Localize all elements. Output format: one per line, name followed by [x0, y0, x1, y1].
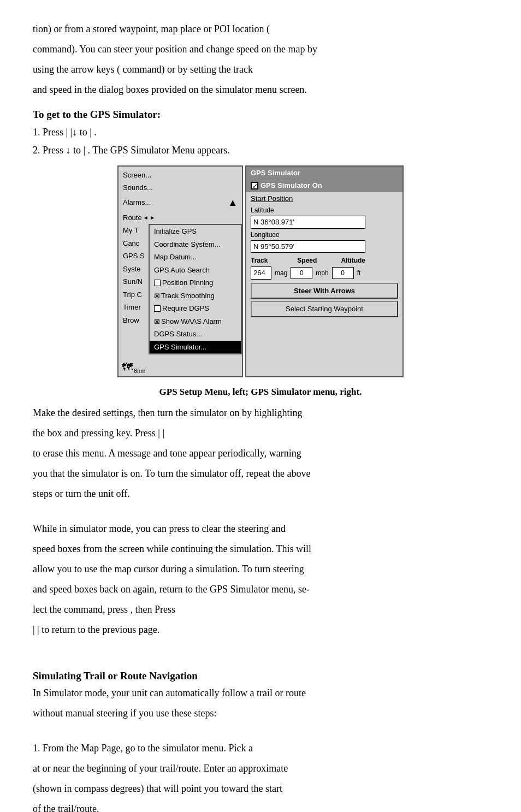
diagram-caption: GPS Setup Menu, left; GPS Simulator menu… [33, 385, 488, 399]
speed-unit-mag: mag [275, 268, 287, 278]
para-while-6: | | to return to the previous page. [33, 623, 488, 637]
longitude-input[interactable]: N 95°50.579' [251, 240, 365, 253]
gps-sim-on-checkbox[interactable] [251, 182, 258, 189]
start-position-underline: Start Position [251, 194, 293, 203]
menu-item-route[interactable]: Route ◄ ► [119, 211, 242, 224]
numbered-step-1b: at or near the beginning of your trail/r… [33, 761, 488, 776]
track-header: Track [251, 256, 268, 265]
submenu-container-area: My T Canc GPS S Syste Sun/N Trip C Timer… [119, 224, 242, 354]
select-starting-waypoint-button[interactable]: Select Starting Waypoint [251, 301, 398, 317]
submenu-require-dgps[interactable]: Require DGPS [150, 302, 241, 315]
menu-item-canc[interactable]: Canc [119, 237, 149, 250]
para-make-1: Make the desired settings, then turn the… [33, 406, 488, 420]
para-while-3: allow you to use the map cursor during a… [33, 562, 488, 577]
setup-menu-items: Screen... Sounds... Alarms... ▲ Route ◄ … [119, 167, 242, 357]
numbered-step-1c: (shown in compass degrees) that will poi… [33, 781, 488, 796]
map-distance-label: 8nm [134, 366, 145, 376]
latitude-label: Latitude [246, 205, 402, 215]
start-position-label: Start Position [246, 192, 402, 205]
track-input[interactable]: 264 [251, 266, 271, 280]
page-content: tion) or from a stored waypoint, map pla… [33, 22, 488, 812]
submenu-show-waas[interactable]: ⊠Show WAAS Alarm [150, 315, 241, 328]
gps-simulator-menu: GPS Simulator GPS Simulator On Start Pos… [245, 165, 404, 378]
map-icon-row: 🗺 8nm [119, 357, 242, 376]
steer-with-arrows-button[interactable]: Steer With Arrows [251, 283, 398, 299]
require-dgps-checkbox[interactable] [154, 305, 161, 312]
para-while-5: lect the command, press , then Press [33, 602, 488, 617]
submenu-map-datum[interactable]: Map Datum... [150, 251, 241, 264]
sim-para-1: In Simulator mode, your unit can automat… [33, 686, 488, 701]
longitude-input-row: N 95°50.579' [246, 240, 402, 254]
latitude-input-row: N 36°08.971' [246, 215, 402, 229]
section-title-simulating: Simulating Trail or Route Navigation [33, 668, 488, 684]
intro-para-1: tion) or from a stored waypoint, map pla… [33, 22, 488, 37]
submenu-dgps-status[interactable]: DGPS Status... [150, 328, 241, 341]
submenu-initialize-gps[interactable]: Initialize GPS [150, 225, 241, 238]
gps-setup-menu: Screen... Sounds... Alarms... ▲ Route ◄ … [117, 165, 243, 378]
menu-item-sounds[interactable]: Sounds... [119, 181, 242, 194]
menu-item-timer[interactable]: Timer [119, 301, 149, 314]
para-make-2: the box and pressing key. Press | | [33, 426, 488, 441]
speed-input[interactable]: 0 [291, 267, 312, 279]
para-make-5: steps or turn the unit off. [33, 487, 488, 501]
diagram-area: Screen... Sounds... Alarms... ▲ Route ◄ … [33, 165, 488, 378]
position-pinning-checkbox[interactable] [154, 280, 161, 286]
intro-para-2: command). You can steer your position an… [33, 42, 488, 57]
track-smoothing-icon: ⊠ [154, 291, 160, 301]
mph-input[interactable]: 0 [332, 267, 354, 279]
track-speed-alt-inputs: 264 mag 0 mph 0 ft [246, 265, 402, 281]
altitude-unit-ft: ft [357, 268, 361, 278]
numbered-step-1: 1. From the Map Page, go to the simulato… [33, 741, 488, 756]
heading-gps-simulator: To get to the GPS Simulator: [33, 107, 488, 123]
longitude-label: Longitude [246, 229, 402, 240]
menu-item-myt[interactable]: My T [119, 224, 149, 237]
mph-label: mph [316, 268, 328, 278]
submenu-position-pinning[interactable]: Position Pinning [150, 276, 241, 289]
speed-header: Speed [297, 256, 317, 265]
submenu-gps-auto-search[interactable]: GPS Auto Search [150, 264, 241, 277]
menu-item-gpss[interactable]: GPS S [119, 250, 149, 263]
para-make-4: you that the simulator is on. To turn th… [33, 466, 488, 481]
menu-item-brow[interactable]: Brow [119, 314, 149, 327]
para-while-1: While in simulator mode, you can press t… [33, 521, 488, 536]
altitude-header: Altitude [341, 256, 365, 265]
gps-sim-on-row: GPS Simulator On [246, 179, 402, 192]
menu-item-alarms[interactable]: Alarms... ▲ [119, 194, 242, 211]
scroll-up-arrow: ▲ [228, 195, 238, 210]
gps-sim-on-label: GPS Simulator On [260, 180, 322, 191]
step-1: 1. Press | |↓ to | . [33, 125, 488, 140]
latitude-input[interactable]: N 36°08.971' [251, 216, 365, 229]
track-speed-alt-headers: Track Speed Altitude [246, 256, 402, 265]
intro-para-4: and speed in the dialog boxes provided o… [33, 82, 488, 97]
route-arrow: ◄ ► [143, 214, 156, 222]
left-menu-stub: My T Canc GPS S Syste Sun/N Trip C Timer… [119, 224, 149, 354]
para-while-4: and speed boxes back on again, return to… [33, 582, 488, 597]
step-2: 2. Press ↓ to | . The GPS Simulator Menu… [33, 143, 488, 158]
submenu-coordinate-system[interactable]: Coordinate System... [150, 238, 241, 251]
numbered-step-1d: of the trail/route. [33, 802, 488, 812]
gps-sim-menu-title: GPS Simulator [246, 167, 402, 180]
submenu-track-smoothing[interactable]: ⊠Track Smoothing [150, 289, 241, 303]
submenu-gps-simulator[interactable]: GPS Simulator... [150, 341, 241, 354]
menu-item-sunn[interactable]: Sun/N [119, 275, 149, 288]
intro-para-3: using the arrow keys ( command) or by se… [33, 62, 488, 77]
menu-item-screen[interactable]: Screen... [119, 169, 242, 182]
sim-para-2: without manual steering if you use these… [33, 706, 488, 721]
menu-item-syste[interactable]: Syste [119, 263, 149, 276]
menu-item-tripc[interactable]: Trip C [119, 288, 149, 301]
gps-submenu-popup: Initialize GPS Coordinate System... Map … [149, 224, 242, 354]
para-while-2: speed boxes from the screen while contin… [33, 542, 488, 556]
para-make-3: to erase this menu. A message and tone a… [33, 446, 488, 461]
map-shape-icon: 🗺 [122, 359, 133, 375]
show-waas-icon: ⊠ [154, 316, 160, 327]
